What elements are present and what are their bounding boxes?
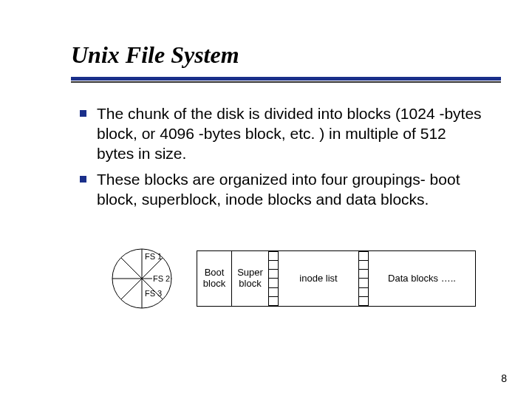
square-bullet-icon: [80, 176, 86, 183]
block-layout: Boot block Super block inode list Data b…: [197, 250, 476, 307]
boot-block: Boot block: [197, 250, 232, 307]
diagram: FS 1 FS 2 FS 3 Boot block Super block in…: [111, 248, 476, 310]
square-bullet-icon: [80, 110, 86, 117]
svg-line-8: [121, 258, 142, 279]
fs1-label: FS 1: [145, 252, 162, 261]
title-underbar: [71, 81, 501, 83]
fs3-label: FS 3: [145, 289, 162, 298]
disk-pie-icon: FS 1 FS 2 FS 3: [111, 248, 173, 310]
page-title: Unix File System: [71, 41, 505, 69]
list-item: The chunk of the disk is divided into bl…: [80, 104, 482, 164]
fs2-label: FS 2: [152, 274, 171, 283]
page-number: 8: [501, 372, 507, 384]
data-block: Data blocks …..: [368, 250, 476, 307]
inode-block: inode list: [278, 250, 359, 307]
title-bar: [71, 77, 501, 81]
bullet-text: The chunk of the disk is divided into bl…: [97, 104, 482, 164]
super-block: Super block: [232, 250, 269, 307]
svg-line-6: [121, 279, 142, 299]
list-item: These blocks are organized into four gro…: [80, 170, 482, 210]
bullet-text: These blocks are organized into four gro…: [97, 170, 482, 210]
bullet-list: The chunk of the disk is divided into bl…: [80, 104, 482, 209]
